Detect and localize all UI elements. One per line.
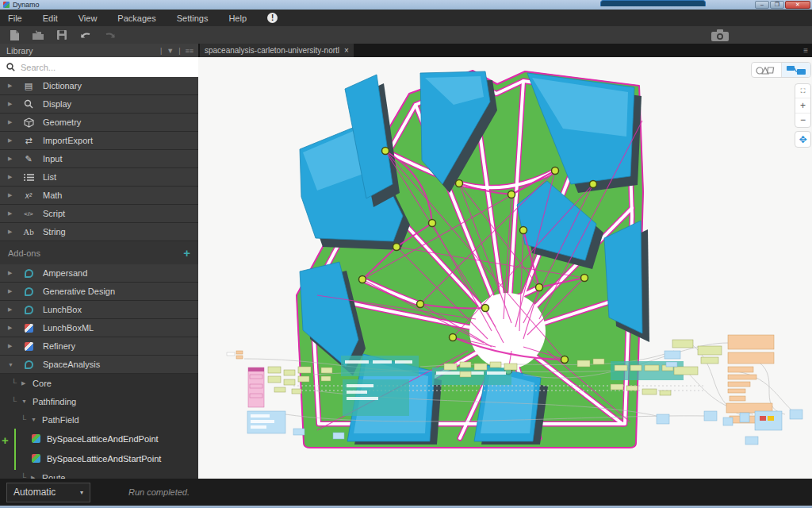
geometry-view-button[interactable]: [752, 63, 781, 77]
graph-view-button[interactable]: [781, 63, 811, 77]
menu-help[interactable]: Help: [228, 13, 247, 23]
chevron-right-icon: ▶: [8, 119, 14, 125]
node-icon: [32, 454, 40, 463]
tree-branch-icon: └: [21, 473, 26, 479]
divider: |: [178, 47, 180, 55]
run-bar: Automatic ▾ Run completed.: [0, 479, 812, 506]
add-package-button[interactable]: +: [183, 246, 190, 260]
workspace-menu-icon[interactable]: ≡: [803, 46, 808, 55]
package-icon: [22, 287, 35, 296]
export-screenshot-camera-icon[interactable]: [710, 29, 730, 42]
zoom-in-button[interactable]: +: [795, 98, 810, 113]
chevron-right-icon: ▶: [8, 210, 14, 217]
geometry-view-icon: [756, 65, 776, 75]
library-section-input[interactable]: ▶ ✎ Input: [0, 150, 198, 168]
menu-packages[interactable]: Packages: [117, 13, 155, 23]
menu-view[interactable]: View: [79, 13, 98, 23]
tree-item-route[interactable]: └ ▶ Route: [0, 468, 198, 479]
workspace-tab-bar: spaceanalysis-carleton-university-nortl …: [198, 44, 812, 57]
dynamo-app-icon: [3, 2, 10, 8]
library-section-dictionary[interactable]: ▶ ▤ Dictionary: [0, 77, 198, 95]
save-icon[interactable]: [56, 29, 68, 41]
addon-refinery[interactable]: ▶ Refinery: [0, 337, 198, 356]
chevron-right-icon: ▶: [8, 270, 14, 276]
filter-icon[interactable]: ▼: [167, 47, 174, 55]
workspace-tab-label: spaceanalysis-carleton-university-nortl: [205, 46, 339, 55]
menu-settings[interactable]: Settings: [177, 13, 209, 23]
pan-button[interactable]: ✥: [795, 131, 811, 148]
tab-close-icon[interactable]: ×: [344, 46, 349, 55]
library-section-math[interactable]: ▶ x² Math: [0, 187, 198, 205]
notifications-icon[interactable]: !: [267, 13, 278, 23]
divider: |: [160, 47, 162, 55]
library-section-script[interactable]: ▶ </> Script: [0, 205, 198, 223]
list-icon: [22, 173, 35, 182]
node-byspacelatticeandendpoint[interactable]: BySpaceLatticeAndEndPoint: [0, 429, 198, 448]
tree-item-core[interactable]: └ ▶ Core: [0, 374, 198, 392]
background-window-tab: [600, 0, 706, 6]
chevron-right-icon: ▶: [8, 174, 14, 180]
zoom-fit-button[interactable]: ⛶: [795, 84, 810, 98]
add-node-plus-icon[interactable]: +: [2, 433, 9, 447]
redo-icon[interactable]: [103, 29, 116, 41]
chevron-right-icon: ▶: [8, 306, 14, 313]
search-input[interactable]: [21, 63, 192, 72]
chevron-right-icon: ▶: [8, 101, 14, 107]
toolbar: [0, 26, 812, 44]
workspace-tab[interactable]: spaceanalysis-carleton-university-nortl …: [200, 44, 354, 57]
package-icon: [22, 360, 35, 369]
addon-spaceanalysis[interactable]: ▼ SpaceAnalysis: [0, 356, 198, 374]
chevron-right-icon: ▶: [8, 137, 14, 144]
chevron-right-icon: ▶: [8, 156, 14, 162]
minimize-button[interactable]: –: [755, 1, 769, 9]
chevron-down-icon: ▾: [80, 489, 83, 496]
workspace-canvas[interactable]: [198, 57, 812, 479]
library-section-string[interactable]: ▶ Ab String: [0, 223, 198, 241]
tree-item-pathfinding[interactable]: └ ▼ Pathfinding: [0, 392, 198, 410]
book-icon: ▤: [22, 81, 35, 91]
addon-generative-design[interactable]: ▶ Generative Design: [0, 283, 198, 301]
swap-arrows-icon: ⇄: [22, 136, 35, 146]
library-section-importexport[interactable]: ▶ ⇄ ImportExport: [0, 132, 198, 150]
chevron-down-icon: ▼: [21, 398, 28, 404]
zoom-out-button[interactable]: −: [795, 114, 810, 127]
menu-file[interactable]: File: [8, 13, 22, 23]
geometry-preview: [198, 57, 812, 479]
node-byspacelatticeandstartpoint[interactable]: BySpaceLatticeAndStartPoint: [0, 448, 198, 468]
chevron-right-icon: ▶: [8, 229, 14, 235]
chevron-right-icon: ▶: [8, 288, 14, 294]
addons-header: Add-ons +: [0, 241, 198, 264]
tree-branch-icon: └: [21, 415, 26, 424]
addon-lunchbox[interactable]: ▶ LunchBox: [0, 301, 198, 319]
addon-ampersand[interactable]: ▶ Ampersand: [0, 264, 198, 283]
chevron-right-icon: ▶: [8, 83, 14, 89]
view-mode-toggle: [751, 62, 811, 78]
open-file-icon[interactable]: [32, 29, 44, 41]
tree-branch-icon: └: [11, 379, 17, 387]
addon-lunchboxml[interactable]: ▶ LunchBoxML: [0, 319, 198, 337]
library-panel-header: Library | ▼ | ≡≡: [0, 44, 198, 57]
run-mode-dropdown[interactable]: Automatic ▾: [6, 483, 90, 502]
library-section-display[interactable]: ▶ Display: [0, 95, 198, 114]
restore-button[interactable]: ❐: [770, 1, 784, 9]
close-button[interactable]: ✕: [785, 1, 810, 9]
chevron-right-icon: ▶: [8, 343, 14, 349]
tree-item-pathfield[interactable]: └ ▼ PathField: [0, 410, 198, 429]
menu-edit[interactable]: Edit: [43, 13, 58, 23]
library-search[interactable]: [0, 57, 198, 77]
list-view-icon[interactable]: ≡≡: [185, 47, 193, 55]
library-section-list[interactable]: ▶ List: [0, 168, 198, 187]
pathfield-highlight-bar: [14, 429, 16, 470]
package-icon: [22, 269, 35, 278]
package-icon-colorful: [22, 342, 35, 351]
new-file-icon[interactable]: [8, 29, 21, 41]
node-icon: [32, 434, 40, 443]
undo-icon[interactable]: [79, 29, 92, 41]
run-status-text: Run completed.: [128, 487, 190, 497]
library-section-geometry[interactable]: ▶ Geometry: [0, 114, 198, 132]
package-icon-colorful: [22, 324, 35, 333]
chevron-down-icon: ▼: [8, 362, 14, 368]
pencil-icon: ✎: [22, 154, 35, 164]
magnifier-icon: [22, 99, 35, 109]
library-panel: ▶ ▤ Dictionary ▶ Display ▶ Geometry ▶ ⇄ …: [0, 57, 198, 479]
